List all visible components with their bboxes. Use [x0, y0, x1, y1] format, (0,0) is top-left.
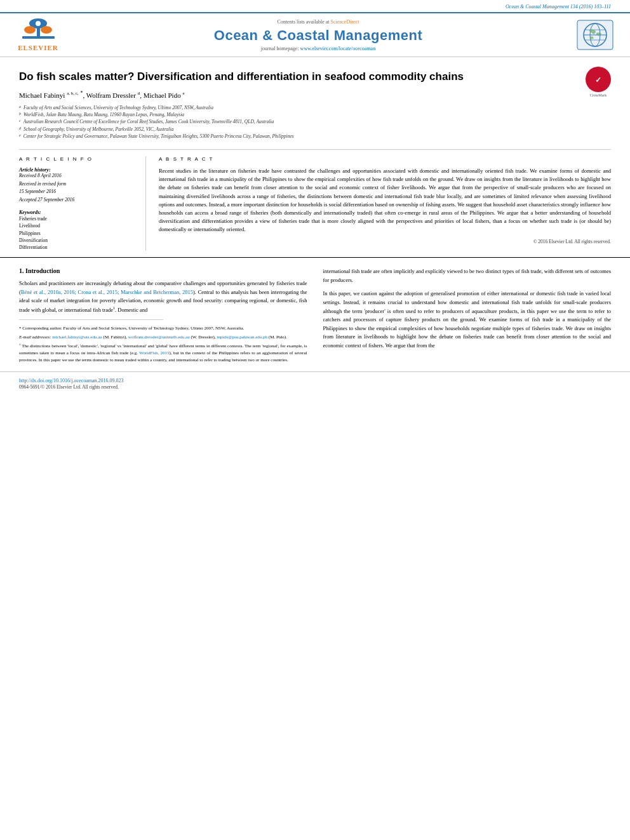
affiliation-b: b WorldFish, Jalan Batu Maung, Batu Maun…: [19, 111, 611, 118]
sciencedirect-line: Contents lists available at ScienceDirec…: [70, 19, 566, 25]
revised-date: 15 September 2016: [19, 189, 136, 196]
authors: Michael Fabinyi a, b, c, *, Wolfram Dres…: [19, 90, 611, 99]
top-reference: Ocean & Coastal Management 134 (2016) 10…: [0, 0, 630, 12]
keyword-1: Fisheries trade: [19, 215, 136, 222]
author-dressler: Wolfram Dressler d: [86, 91, 140, 99]
abstract-text: Recent studies in the literature on fish…: [159, 167, 611, 234]
svg-point-4: [41, 26, 52, 34]
affiliations: a Faculty of Arts and Social Sciences, U…: [19, 104, 611, 140]
svg-point-5: [36, 21, 41, 26]
homepage-url[interactable]: www.elsevier.com/locate/ocecoaman: [300, 46, 376, 51]
right-para-2: In this paper, we caution against the ad…: [323, 290, 612, 350]
star-footnote: * Corresponding author. Faculty of Arts …: [19, 325, 307, 332]
footnote-1: 1 The distinctions between 'local', 'dom…: [19, 342, 307, 363]
affiliation-e: e Center for Strategic Policy and Govern…: [19, 133, 611, 140]
body-two-col: 1. Introduction Scholars and practitione…: [19, 267, 611, 365]
history-label: Article history:: [19, 167, 136, 173]
journal-logo-right: [573, 19, 617, 51]
author-pido: Michael Pido e: [144, 91, 185, 99]
right-para-1: international fish trade are often impli…: [323, 267, 612, 284]
body-left-column: 1. Introduction Scholars and practitione…: [19, 267, 307, 365]
received-date: Received 8 April 2016: [19, 173, 136, 180]
bene-link[interactable]: Béné et al., 2010a, 2016; Crona et al., …: [21, 289, 193, 295]
revised-label: Received in revised form: [19, 181, 136, 188]
keyword-2: Livelihood: [19, 222, 136, 229]
crossmark-badge: ✓ CrossMark: [586, 67, 611, 97]
elsevier-brand-text: ELSEVIER: [18, 44, 58, 51]
accepted-date: Accepted 27 September 2016: [19, 197, 136, 204]
email-dressler[interactable]: wolfram.dressler@unimelb.edu.au: [128, 335, 190, 340]
journal-center: Contents lists available at ScienceDirec…: [70, 19, 566, 51]
article-content: ✓ CrossMark Do fish scales matter? Diver…: [0, 57, 630, 257]
header-divider: [19, 149, 611, 150]
intro-section-title: 1. Introduction: [19, 267, 307, 274]
crossmark-icon: ✓: [586, 67, 611, 92]
globe-icon: [576, 19, 614, 51]
doi-link[interactable]: http://dx.doi.org/10.1016/j.ocecoaman.20…: [19, 378, 124, 383]
worldfish-link[interactable]: WorldFish, 2015: [139, 350, 169, 356]
keyword-3: Philippines: [19, 230, 136, 237]
svg-text:✓: ✓: [595, 76, 601, 84]
elsevier-logo: ELSEVIER: [13, 18, 64, 51]
article-info-header: A R T I C L E I N F O: [19, 156, 136, 162]
affiliation-a: a Faculty of Arts and Social Sciences, U…: [19, 104, 611, 111]
email-pido[interactable]: mpido@psu.palawan.edu.ph: [217, 335, 267, 340]
journal-homepage: journal homepage: www.elsevier.com/locat…: [70, 46, 566, 51]
abstract-column: A B S T R A C T Recent studies in the li…: [159, 156, 611, 251]
paper-title: Do fish scales matter? Diversification a…: [19, 70, 495, 84]
svg-point-3: [24, 26, 36, 34]
journal-title: Ocean & Coastal Management: [70, 27, 566, 44]
email-footnote: E-mail addresses: michael.fabinyi@uts.ed…: [19, 334, 307, 341]
sciencedirect-link[interactable]: ScienceDirect: [331, 19, 359, 25]
body-right-column: international fish trade are often impli…: [323, 267, 612, 365]
keywords-label: Keywords:: [19, 210, 136, 215]
article-info-abstract: A R T I C L E I N F O Article history: R…: [19, 156, 611, 251]
keyword-4: Diversification: [19, 237, 136, 244]
page-container: Ocean & Coastal Management 134 (2016) 10…: [0, 0, 630, 395]
intro-para-1: Scholars and practitioners are increasin…: [19, 279, 307, 314]
author-fabinyi: Michael Fabinyi a, b, c, *: [19, 91, 83, 99]
affiliation-d: d School of Geography, University of Mel…: [19, 126, 611, 133]
body-content: 1. Introduction Scholars and practitione…: [0, 257, 630, 371]
affiliation-c: c Australian Research Council Centre of …: [19, 118, 611, 125]
abstract-header: A B S T R A C T: [159, 156, 611, 162]
email-fabinyi[interactable]: michael.fabinyi@uts.edu.au: [52, 335, 102, 340]
keyword-5: Differentiation: [19, 244, 136, 251]
issn-copyright: 0964-5691/© 2016 Elsevier Ltd. All right…: [19, 384, 119, 390]
copyright-line: © 2016 Elsevier Ltd. All rights reserved…: [159, 239, 611, 244]
journal-header: ELSEVIER Contents lists available at Sci…: [0, 12, 630, 57]
article-history: Article history: Received 8 April 2016 R…: [19, 167, 136, 203]
keywords-section: Keywords: Fisheries trade Livelihood Phi…: [19, 210, 136, 251]
page-footer: http://dx.doi.org/10.1016/j.ocecoaman.20…: [0, 371, 630, 395]
article-info-column: A R T I C L E I N F O Article history: R…: [19, 156, 146, 251]
elsevier-tree-icon: [21, 18, 56, 43]
footnotes: * Corresponding author. Faculty of Arts …: [19, 325, 307, 363]
footnote-divider: [19, 319, 163, 320]
